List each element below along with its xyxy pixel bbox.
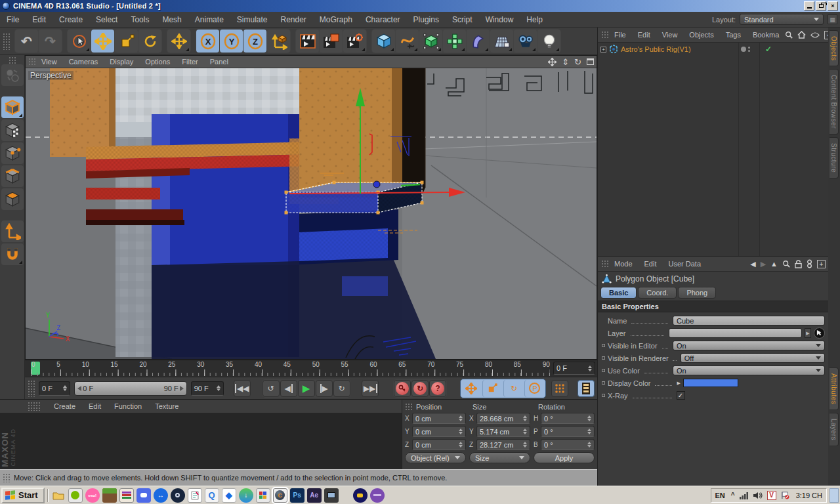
texture-mode-button[interactable] <box>1 119 24 141</box>
viewport-menu-item[interactable]: Options <box>139 58 176 66</box>
range-right-arrow[interactable] <box>180 386 184 391</box>
om-menu-item[interactable]: Tags <box>720 31 747 39</box>
viewport-menu-item[interactable]: Panel <box>204 58 234 66</box>
material-grip[interactable] <box>28 402 41 411</box>
key-position-button[interactable] <box>461 380 482 397</box>
last-tool-button[interactable] <box>167 30 190 52</box>
tab-layers[interactable]: Layers <box>830 413 839 446</box>
toggle-view-icon[interactable] <box>587 58 594 65</box>
pan-view-icon[interactable] <box>548 58 556 66</box>
taskbar-winrar-icon[interactable] <box>119 488 134 503</box>
close-button[interactable]: × <box>828 1 838 10</box>
am-menu-item[interactable]: Edit <box>639 260 663 268</box>
taskbar-quicktime-icon[interactable]: Q <box>205 488 219 503</box>
add-mograph-button[interactable] <box>443 30 466 52</box>
taskbar-discord-icon[interactable] <box>136 488 151 503</box>
range-left-arrow[interactable] <box>77 386 81 391</box>
om-menu-item[interactable]: Objects <box>683 31 719 39</box>
render-picture-viewer-button[interactable] <box>320 30 343 52</box>
material-menu-item[interactable]: Create <box>47 402 82 410</box>
start-frame-field[interactable]: 0 F <box>39 381 70 396</box>
restore-button[interactable] <box>816 1 826 10</box>
menu-item[interactable]: Script <box>446 15 479 24</box>
viewport-menu-item[interactable]: Filter <box>176 58 203 66</box>
apply-button[interactable]: Apply <box>534 452 595 463</box>
coords-grip[interactable] <box>405 403 412 411</box>
hidden-icons-chevron[interactable]: ^ <box>731 492 735 499</box>
start-button[interactable]: Start <box>1 488 45 503</box>
taskbar-cinema4d-icon[interactable]: C <box>273 488 287 503</box>
mode-toolbar-grip[interactable] <box>9 56 16 64</box>
rotation-h-field[interactable]: 0 ° <box>541 413 595 424</box>
am-menu-item[interactable]: User Data <box>663 260 707 268</box>
end-frame-field[interactable]: 90 F <box>191 381 224 396</box>
visible-renderer-dropdown[interactable]: Off <box>681 353 825 363</box>
add-camera-button[interactable] <box>514 30 537 52</box>
lock-z-button[interactable]: Z <box>243 30 266 52</box>
add-hypernurbs-button[interactable] <box>419 30 442 52</box>
key-parameter-button[interactable]: P <box>524 380 545 397</box>
minimize-button[interactable] <box>804 1 814 10</box>
menu-item[interactable]: Render <box>274 15 313 24</box>
viewport-menu-item[interactable]: View <box>35 58 63 66</box>
dolly-view-icon[interactable]: ⇕ <box>562 57 569 67</box>
menu-item[interactable]: File <box>0 15 26 24</box>
taskbar-aftereffects-icon[interactable]: Ae <box>307 488 322 503</box>
render-settings-button[interactable] <box>343 30 366 52</box>
tab-phong[interactable]: Phong <box>678 287 716 299</box>
solo-button[interactable] <box>578 380 595 397</box>
history-forward-icon[interactable]: ▶ <box>761 260 766 268</box>
play-button[interactable]: ▶ <box>298 380 315 397</box>
add-panel-icon[interactable]: + <box>817 260 826 268</box>
menu-item[interactable]: Create <box>52 15 89 24</box>
rotate-view-icon[interactable]: ↻ <box>574 57 581 67</box>
frame-number-field[interactable]: 0 F <box>553 362 595 375</box>
lock-y-button[interactable]: Y <box>220 30 243 52</box>
taskbar-minecraft-icon[interactable] <box>102 488 117 503</box>
object-label[interactable]: Astro's Public Rig(V1) <box>621 45 691 53</box>
tab-content-browser[interactable]: Content Browser <box>830 69 839 135</box>
eye-icon[interactable] <box>810 32 820 38</box>
position-z-field[interactable]: 0 cm <box>412 439 466 450</box>
taskbar-nvidia-icon[interactable] <box>68 488 83 503</box>
add-deformer-button[interactable] <box>467 30 490 52</box>
taskbar-notes-icon[interactable] <box>188 488 202 503</box>
layout-icon[interactable]: ▦ <box>828 14 837 24</box>
expand-arrow-icon[interactable]: ▶ <box>677 381 680 386</box>
enabled-check-icon[interactable]: ✓ <box>765 45 772 54</box>
size-y-field[interactable]: 5.174 cm <box>476 426 530 437</box>
key-pla-button[interactable] <box>551 380 568 397</box>
tab-structure[interactable]: Structure <box>830 137 839 178</box>
coords-mode-dropdown[interactable]: Object (Rel) <box>405 452 466 463</box>
move-tool-button[interactable] <box>91 30 114 52</box>
key-scale-button[interactable] <box>482 380 503 397</box>
network-icon[interactable] <box>740 492 749 499</box>
volume-icon[interactable] <box>753 492 763 499</box>
toolbar-grip[interactable] <box>3 33 10 50</box>
taskbar-osu-icon[interactable]: osu! <box>85 488 100 503</box>
visible-editor-dropdown[interactable]: On <box>673 341 825 350</box>
taskbar-steam-icon[interactable] <box>171 488 185 503</box>
search-icon[interactable] <box>785 31 793 39</box>
history-back-icon[interactable]: ◀ <box>750 260 755 268</box>
point-mode-button[interactable] <box>1 142 24 164</box>
polygon-mode-button[interactable] <box>1 188 24 210</box>
search-icon[interactable] <box>782 260 790 268</box>
key-state-box[interactable] <box>602 344 605 347</box>
rotation-b-field[interactable]: 0 ° <box>541 439 595 450</box>
key-state-box[interactable] <box>602 381 605 385</box>
position-y-field[interactable]: 0 cm <box>412 426 466 437</box>
record-key-button[interactable] <box>394 380 411 397</box>
menu-item[interactable]: Plugins <box>407 15 446 24</box>
edge-mode-button[interactable] <box>1 165 24 187</box>
taskbar-dropbox-icon[interactable]: ◆ <box>222 488 236 503</box>
viewport-menu-item[interactable]: Display <box>104 58 139 66</box>
redo-button[interactable]: ↷ <box>39 30 62 52</box>
undo-button[interactable]: ↶ <box>15 30 38 52</box>
rotation-p-field[interactable]: 0 ° <box>541 426 595 437</box>
layer-picker-button[interactable] <box>814 327 825 339</box>
view-label[interactable]: Perspective <box>28 71 74 80</box>
menu-item[interactable]: Select <box>89 15 124 24</box>
clock[interactable]: 3:19 CH <box>796 492 822 499</box>
size-mode-dropdown[interactable]: Size <box>469 452 530 463</box>
